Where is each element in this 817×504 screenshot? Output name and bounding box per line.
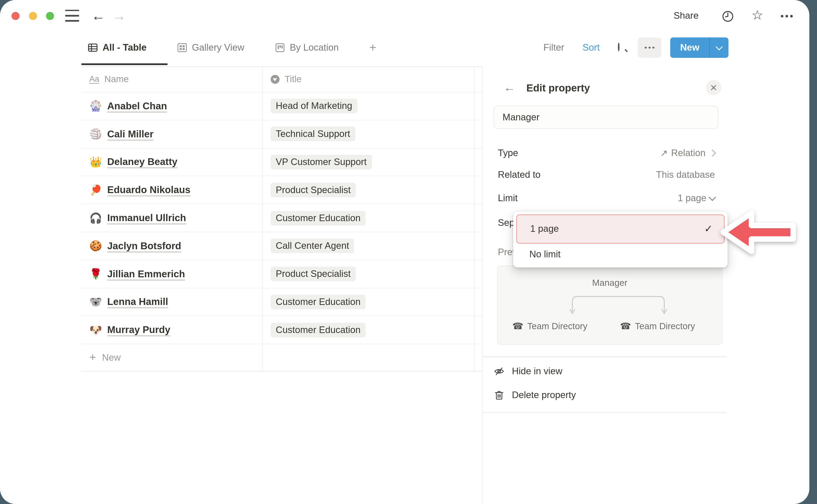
title-cell[interactable]: Customer Education <box>262 204 474 232</box>
title-cell[interactable]: VP Customer Support <box>262 148 474 176</box>
screen: ← → Share ☆ All - Table Gallery View <box>0 0 817 504</box>
related-to-field-row[interactable]: Related to This database <box>494 166 715 183</box>
title-column-header[interactable]: Title <box>262 67 474 92</box>
panel-back-icon[interactable]: ← <box>504 81 515 94</box>
add-view-icon[interactable]: + <box>369 41 376 54</box>
type-field-row[interactable]: Type ↗ Relation <box>494 145 715 162</box>
table-row[interactable]: 🏓 Eduardo Nikolaus Product Specialist <box>81 176 482 204</box>
table-row[interactable]: 🌹 Jillian Emmerich Product Specialist <box>81 260 482 288</box>
page-name-link[interactable]: Immanuel Ullrich <box>107 212 186 224</box>
page-name-link[interactable]: Jillian Emmerich <box>107 268 185 280</box>
page-name-link[interactable]: Lenna Hamill <box>107 296 168 308</box>
phone-icon: ☎ <box>620 321 631 331</box>
page-emoji-icon: 🎡 <box>89 101 102 111</box>
tab-by-location[interactable]: By Location <box>274 42 339 53</box>
limit-value: 1 page <box>678 193 706 204</box>
active-tab-underline <box>81 63 168 65</box>
table-view-icon <box>87 42 98 53</box>
tab-all-table[interactable]: All - Table <box>87 42 147 53</box>
option-label: 1 page <box>530 223 559 234</box>
related-to-label: Related to <box>498 169 541 180</box>
name-cell[interactable]: 🌹 Jillian Emmerich <box>81 260 262 288</box>
name-cell[interactable]: 🏓 Eduardo Nikolaus <box>81 176 262 204</box>
table-body: 🎡 Anabel Chan Head of Marketing 🏐 Cali M… <box>81 92 482 344</box>
table-row[interactable]: 🏐 Cali Miller Technical Support <box>81 120 482 148</box>
text-property-icon: Aa <box>89 75 99 84</box>
page-name-link[interactable]: Anabel Chan <box>107 100 167 112</box>
page-emoji-icon: 🐨 <box>89 297 102 307</box>
title-tag: Product Specialist <box>271 183 356 197</box>
limit-field-row[interactable]: Limit 1 page <box>494 190 715 207</box>
name-header-label: Name <box>104 74 129 85</box>
view-options-button[interactable] <box>638 37 661 58</box>
filter-button[interactable]: Filter <box>544 42 564 53</box>
search-icon[interactable] <box>618 43 620 51</box>
minimize-window-button[interactable] <box>29 12 37 20</box>
new-dropdown-chevron-icon[interactable] <box>710 37 729 58</box>
new-button-label: New <box>670 37 709 58</box>
back-icon[interactable]: ← <box>91 9 105 23</box>
table-row[interactable]: 🐨 Lenna Hamill Customer Education <box>81 288 482 316</box>
hide-in-view-button[interactable]: Hide in view <box>494 363 715 380</box>
name-cell[interactable]: 🐨 Lenna Hamill <box>81 288 262 316</box>
table-row[interactable]: 🍪 Jaclyn Botsford Call Center Agent <box>81 232 482 260</box>
close-window-button[interactable] <box>11 12 20 20</box>
name-cell[interactable]: 🐶 Murray Purdy <box>81 316 262 344</box>
favorite-star-icon[interactable]: ☆ <box>751 9 763 22</box>
new-button[interactable]: New <box>670 37 729 58</box>
delete-property-button[interactable]: Delete property <box>494 387 715 404</box>
title-cell[interactable]: Call Center Agent <box>262 232 474 260</box>
option-1-page[interactable]: 1 page ✓ <box>516 214 725 243</box>
table-row[interactable]: 🐶 Murray Purdy Customer Education <box>81 316 482 344</box>
title-cell[interactable]: Customer Education <box>262 316 474 344</box>
title-tag: Head of Marketing <box>271 99 357 113</box>
page-name-link[interactable]: Eduardo Nikolaus <box>107 184 190 196</box>
table-row[interactable]: 👑 Delaney Beatty VP Customer Support <box>81 148 482 176</box>
page-emoji-icon: 👑 <box>89 157 102 167</box>
name-cell[interactable]: 🎡 Anabel Chan <box>81 92 262 120</box>
new-row-label: New <box>102 352 121 363</box>
column-divider[interactable] <box>262 67 262 373</box>
page-name-link[interactable]: Murray Purdy <box>107 324 170 336</box>
sidebar-menu-icon[interactable] <box>65 10 79 22</box>
page-name-link[interactable]: Delaney Beatty <box>107 156 177 168</box>
tab-label: Gallery View <box>192 42 244 53</box>
property-name-input[interactable]: Manager <box>494 106 718 129</box>
option-no-limit[interactable]: No limit <box>516 243 725 265</box>
title-cell[interactable]: Product Specialist <box>262 260 474 288</box>
tab-gallery-view[interactable]: Gallery View <box>177 42 244 53</box>
title-header-label: Title <box>285 74 302 85</box>
name-column-header[interactable]: Aa Name <box>81 67 262 92</box>
app-window: ← → Share ☆ All - Table Gallery View <box>0 0 809 504</box>
name-cell[interactable]: 🍪 Jaclyn Botsford <box>81 232 262 260</box>
page-emoji-icon: 🍪 <box>89 241 102 251</box>
share-button[interactable]: Share <box>674 10 699 21</box>
page-emoji-icon: 🎧 <box>89 213 102 223</box>
panel-section-divider <box>483 412 727 413</box>
updates-clock-icon[interactable] <box>722 10 734 23</box>
name-cell[interactable]: 🎧 Immanuel Ullrich <box>81 204 262 232</box>
new-row-button[interactable]: + New <box>81 344 482 371</box>
name-cell[interactable]: 🏐 Cali Miller <box>81 120 262 148</box>
panel-close-icon[interactable] <box>706 80 721 95</box>
trash-icon <box>494 390 505 401</box>
check-icon: ✓ <box>704 223 713 235</box>
page-name-link[interactable]: Jaclyn Botsford <box>107 240 181 252</box>
table-row[interactable]: 🎡 Anabel Chan Head of Marketing <box>81 92 482 120</box>
panel-section-divider <box>483 356 727 357</box>
sort-button[interactable]: Sort <box>583 42 600 53</box>
table-row[interactable]: 🎧 Immanuel Ullrich Customer Education <box>81 204 482 232</box>
zoom-window-button[interactable] <box>46 12 54 20</box>
title-cell[interactable]: Technical Support <box>262 120 474 148</box>
title-tag: Customer Education <box>271 323 366 337</box>
title-cell[interactable]: Customer Education <box>262 288 474 316</box>
title-cell[interactable]: Head of Marketing <box>262 92 474 120</box>
title-cell[interactable]: Product Specialist <box>262 176 474 204</box>
name-cell[interactable]: 👑 Delaney Beatty <box>81 148 262 176</box>
panel-title: Edit property <box>526 82 590 94</box>
gallery-view-icon <box>177 42 188 53</box>
forward-icon[interactable]: → <box>112 9 126 23</box>
page-name-link[interactable]: Cali Miller <box>107 128 153 140</box>
window-more-icon[interactable] <box>781 15 793 17</box>
database-table: Aa Name Title 🎡 Anabel Chan <box>81 66 482 373</box>
